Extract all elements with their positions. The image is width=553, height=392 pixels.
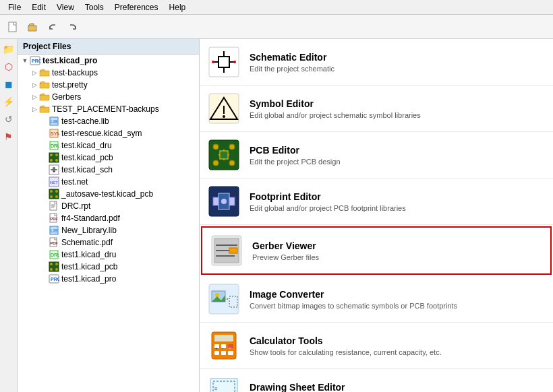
redo-button[interactable]: [63, 18, 82, 36]
svg-point-55: [223, 115, 225, 118]
tree-label-gerbers: Gerbers: [52, 92, 81, 102]
tool-item-calculator[interactable]: + - = Calculator ToolsShow tools for cal…: [200, 323, 553, 369]
tool-item-pcb[interactable]: PCB EditorEdit the project PCB design: [200, 132, 553, 178]
tree-toggle-testplace[interactable]: ▷: [30, 104, 39, 114]
menu-item-view[interactable]: View: [51, 1, 80, 13]
svg-point-10: [50, 154, 53, 156]
tree-item-cachelib[interactable]: LIBtest-cache.lib: [18, 115, 199, 127]
tool-desc-gerber: Preview Gerber files: [252, 253, 319, 261]
tree-icon-backups: [39, 67, 50, 78]
tool-item-drawing[interactable]: ≡ Drawing Sheet EditorEdit drawing sheet…: [200, 369, 553, 392]
left-icon-bar: 📁⬡◼⚡↺⚑: [0, 39, 18, 392]
tree-item-drc[interactable]: DRC.rpt: [18, 200, 199, 212]
tree-item-t1pro[interactable]: PROtest1.kicad_pro: [18, 273, 199, 285]
open-button[interactable]: [23, 18, 42, 36]
tree-toggle-root[interactable]: ▼: [20, 56, 30, 65]
tree-item-fr4pdf[interactable]: PDFfr4-Standard.pdf: [18, 212, 199, 224]
svg-point-21: [50, 190, 53, 193]
new-button[interactable]: [3, 18, 22, 36]
tool-item-schematic[interactable]: Schematic EditorEdit the project schemat…: [200, 39, 553, 86]
svg-point-38: [50, 263, 53, 265]
svg-point-58: [229, 144, 235, 150]
file-tree: ▼PROtest.kicad_pro▷test-backups▷test.pre…: [18, 55, 199, 392]
tool-desc-calculator: Show tools for calculating resistance, c…: [250, 348, 442, 356]
tool-item-symbol[interactable]: Symbol EditorEdit global and/or project …: [200, 86, 553, 132]
file-tree-header: Project Files: [18, 39, 199, 55]
tool-title-gerber: Gerber Viewer: [252, 240, 319, 251]
toolbar: [0, 15, 553, 39]
svg-rect-74: [229, 248, 237, 253]
tree-item-schpdf[interactable]: PDFSchematic.pdf: [18, 236, 199, 249]
tool-title-pcb: PCB Editor: [250, 145, 341, 156]
tree-item-testplace[interactable]: ▷TEST_PLACEMENT-backups: [18, 103, 199, 115]
tree-toggle-t1dru: [39, 250, 49, 259]
library-side-icon[interactable]: ⚡: [1, 94, 16, 109]
tree-item-newlib[interactable]: LIBNew_Library.lib: [18, 224, 199, 236]
tool-item-footprint[interactable]: Footprint EditorEdit global and/or proje…: [200, 178, 553, 225]
svg-point-60: [229, 160, 235, 166]
tree-item-net[interactable]: NETtest.net: [18, 176, 199, 188]
menu-item-help[interactable]: Help: [164, 1, 192, 13]
menu-item-file[interactable]: File: [3, 1, 26, 13]
tool-icon-symbol: [208, 92, 240, 125]
tree-item-t1pcb[interactable]: test1.kicad_pcb: [18, 261, 199, 273]
tree-item-autosave[interactable]: _autosave-test.kicad_pcb: [18, 188, 199, 200]
tree-toggle-fr4pdf: [39, 214, 49, 223]
tree-toggle-t1pro: [39, 274, 49, 284]
svg-point-11: [55, 154, 58, 156]
tree-label-fr4pdf: fr4-Standard.pdf: [61, 214, 120, 223]
tree-toggle-newlib: [39, 226, 49, 235]
tree-item-gerbers[interactable]: ▷Gerbers: [18, 91, 199, 103]
svg-point-50: [212, 61, 214, 63]
menu-item-tools[interactable]: Tools: [80, 1, 109, 13]
tree-icon-root: PRO: [30, 55, 40, 66]
svg-point-68: [221, 199, 227, 204]
tool-item-imageconv[interactable]: Image ConverterConvert bitmap images to …: [200, 276, 553, 323]
svg-point-40: [50, 268, 53, 271]
tool-item-gerber[interactable]: Gerber ViewerPreview Gerber files: [201, 226, 552, 275]
tool-title-symbol: Symbol Editor: [250, 98, 421, 109]
tree-item-sch[interactable]: test.kicad_sch: [18, 164, 199, 176]
tree-label-t1dru: test1.kicad_dru: [61, 250, 116, 259]
svg-text:LIB: LIB: [51, 228, 58, 233]
pcb-side-icon[interactable]: ◼: [1, 77, 16, 92]
tree-toggle-pretty[interactable]: ▷: [30, 80, 39, 90]
tree-item-rescue[interactable]: SYMtest-rescue.kicad_sym: [18, 127, 199, 139]
menu-item-preferences[interactable]: Preferences: [109, 1, 164, 13]
tool-desc-symbol: Edit global and/or project schematic sym…: [250, 111, 421, 119]
tree-label-rescue: test-rescue.kicad_sym: [61, 129, 142, 138]
flag-icon[interactable]: ⚑: [1, 129, 16, 144]
project-icon[interactable]: 📁: [1, 42, 16, 57]
svg-text:DRU: DRU: [51, 253, 59, 257]
tree-icon-gerbers: [39, 92, 50, 102]
svg-rect-88: [228, 351, 233, 355]
svg-text:DRU: DRU: [51, 143, 59, 148]
svg-rect-66: [229, 197, 235, 205]
tool-desc-footprint: Edit global and/or project PCB footprint…: [250, 204, 406, 212]
tree-toggle-backups[interactable]: ▷: [30, 68, 39, 77]
svg-text:≡: ≡: [214, 386, 218, 392]
menu-bar: FileEditViewToolsPreferencesHelp: [0, 0, 553, 15]
menu-item-edit[interactable]: Edit: [26, 1, 51, 13]
svg-point-57: [213, 144, 219, 150]
tool-desc-imageconv: Convert bitmap images to schematic symbo…: [250, 302, 457, 310]
tree-item-pcb[interactable]: test.kicad_pcb: [18, 152, 199, 164]
tree-icon-net: NET: [49, 176, 59, 187]
tree-item-t1dru[interactable]: DRUtest1.kicad_dru: [18, 249, 199, 261]
undo-button[interactable]: [43, 18, 62, 36]
tree-item-backups[interactable]: ▷test-backups: [18, 67, 199, 79]
tree-label-t1pcb: test1.kicad_pcb: [61, 262, 117, 271]
refresh-icon[interactable]: ↺: [1, 112, 16, 127]
svg-rect-63: [220, 151, 228, 159]
schematic-side-icon[interactable]: ⬡: [1, 59, 16, 74]
tree-item-dru[interactable]: DRUtest.kicad_dru: [18, 139, 199, 152]
tree-toggle-cachelib: [39, 117, 49, 126]
tree-item-pretty[interactable]: ▷test.pretty: [18, 79, 199, 91]
svg-text:=: =: [229, 346, 231, 350]
tree-label-net: test.net: [61, 177, 88, 187]
tree-item-root[interactable]: ▼PROtest.kicad_pro: [18, 55, 199, 67]
tree-label-backups: test-backups: [52, 68, 98, 77]
tree-toggle-gerbers[interactable]: ▷: [30, 92, 39, 102]
tool-icon-drawing: ≡: [208, 376, 240, 392]
tool-desc-pcb: Edit the project PCB design: [250, 158, 341, 166]
